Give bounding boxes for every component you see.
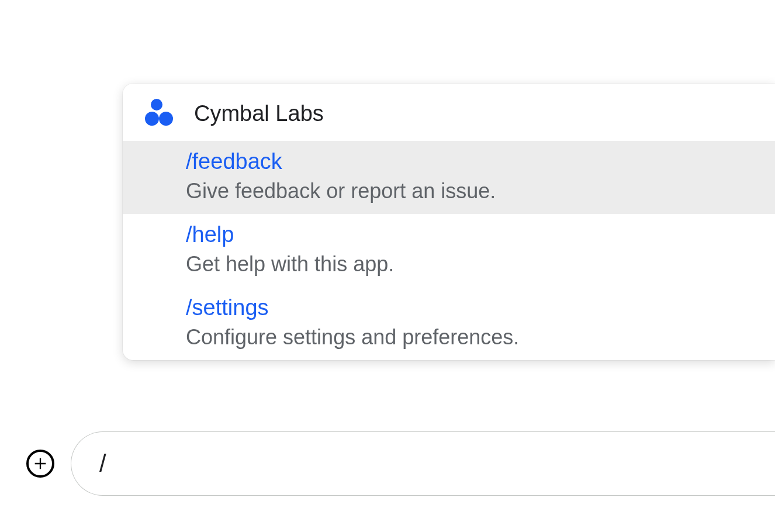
- compose-input[interactable]: [99, 450, 775, 478]
- add-button[interactable]: [26, 450, 54, 478]
- cymbal-labs-icon: [145, 99, 174, 128]
- command-description: Get help with this app.: [186, 252, 753, 277]
- compose-input-container[interactable]: [71, 431, 775, 496]
- slash-command-popup: Cymbal Labs /feedback Give feedback or r…: [123, 84, 775, 360]
- command-description: Configure settings and preferences.: [186, 325, 753, 350]
- command-name: /help: [186, 222, 753, 247]
- command-name: /feedback: [186, 149, 753, 174]
- popup-header: Cymbal Labs: [123, 84, 775, 141]
- plus-icon: [32, 455, 49, 472]
- command-list: /feedback Give feedback or report an iss…: [123, 141, 775, 360]
- command-name: /settings: [186, 295, 753, 320]
- app-name-label: Cymbal Labs: [194, 101, 324, 126]
- command-item-feedback[interactable]: /feedback Give feedback or report an iss…: [123, 141, 775, 214]
- command-item-help[interactable]: /help Get help with this app.: [123, 214, 775, 287]
- command-description: Give feedback or report an issue.: [186, 179, 753, 203]
- command-item-settings[interactable]: /settings Configure settings and prefere…: [123, 287, 775, 360]
- compose-bar: [26, 431, 775, 496]
